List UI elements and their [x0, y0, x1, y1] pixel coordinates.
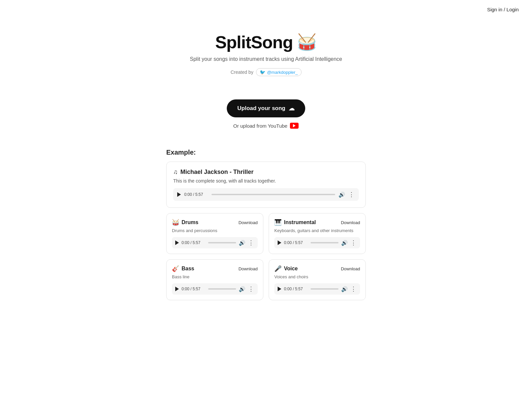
voice-progress-bar[interactable] [311, 288, 338, 290]
logo-emoji: 🥁 [297, 33, 317, 52]
drums-time-label: 0:00 / 5:57 [182, 240, 205, 245]
instrumental-progress-bar[interactable] [311, 242, 338, 243]
header: Sign in / Login [0, 0, 532, 19]
upload-label: Upload your song [237, 105, 286, 112]
voice-time-label: 0:00 / 5:57 [284, 287, 308, 291]
instrumental-download-link[interactable]: Download [341, 220, 360, 225]
drums-audio-player: 0:00 / 5:57 🔊 ⋮ [172, 237, 258, 248]
youtube-icon[interactable] [290, 123, 299, 129]
drums-name: Drums [182, 219, 199, 225]
drums-emoji: 🥁 [172, 219, 179, 226]
youtube-label: Or upload from YouTube [233, 123, 288, 129]
music-note-icon: ♫ [173, 169, 178, 176]
main-more-icon[interactable]: ⋮ [348, 191, 355, 198]
bass-volume-icon[interactable]: 🔊 [239, 286, 245, 292]
youtube-upload-row[interactable]: Or upload from YouTube [7, 123, 525, 129]
upload-cloud-icon: ☁ [289, 105, 295, 112]
instrumental-emoji: 🎹 [274, 219, 282, 226]
track-card-voice: 🎤 Voice Download Voices and choirs 0:00 … [269, 259, 366, 300]
twitter-handle: @markdoppler_ [267, 70, 298, 75]
main-volume-icon[interactable]: 🔊 [338, 192, 345, 198]
voice-audio-player: 0:00 / 5:57 🔊 ⋮ [274, 283, 360, 295]
main-progress-bar[interactable] [211, 194, 335, 195]
track-card-bass: 🎸 Bass Download Bass line 0:00 / 5:57 🔊 … [166, 259, 263, 300]
logo-text: SplitSong [215, 32, 293, 52]
bass-name: Bass [182, 266, 194, 272]
bass-play-icon [175, 287, 179, 291]
bass-download-link[interactable]: Download [238, 266, 258, 271]
voice-volume-icon[interactable]: 🔊 [341, 286, 348, 292]
main-song-title: Michael Jackson - Thriller [181, 169, 254, 176]
bass-time-label: 0:00 / 5:57 [182, 287, 205, 291]
twitter-icon: 🐦 [260, 69, 265, 75]
examples-label: Example: [166, 149, 366, 156]
voice-download-link[interactable]: Download [341, 266, 360, 271]
track-card-drums: 🥁 Drums Download Drums and percussions 0… [166, 213, 263, 254]
drums-play-icon [175, 240, 179, 245]
instrumental-time-label: 0:00 / 5:57 [284, 240, 308, 245]
bass-emoji: 🎸 [172, 265, 179, 272]
drums-more-icon[interactable]: ⋮ [248, 239, 254, 246]
drums-description: Drums and percussions [172, 228, 258, 233]
voice-more-icon[interactable]: ⋮ [350, 285, 357, 293]
main-play-button[interactable] [177, 192, 181, 197]
bass-play-button[interactable] [175, 287, 179, 291]
examples-section: Example: ♫ Michael Jackson - Thriller Th… [160, 149, 372, 300]
instrumental-play-button[interactable] [278, 240, 281, 245]
twitter-link[interactable]: 🐦 @markdoppler_ [256, 68, 302, 76]
drums-progress-bar[interactable] [208, 242, 236, 243]
instrumental-more-icon[interactable]: ⋮ [350, 239, 357, 246]
drums-play-button[interactable] [175, 240, 179, 245]
tracks-grid: 🥁 Drums Download Drums and percussions 0… [166, 213, 366, 300]
main-play-icon [177, 192, 181, 197]
drums-download-link[interactable]: Download [238, 220, 258, 225]
youtube-play-icon [293, 124, 296, 127]
bass-audio-player: 0:00 / 5:57 🔊 ⋮ [172, 283, 258, 295]
main-audio-player: 0:00 / 5:57 🔊 ⋮ [173, 188, 359, 201]
main-song-card: ♫ Michael Jackson - Thriller This is the… [166, 162, 366, 208]
signin-link[interactable]: Sign in / Login [487, 7, 519, 12]
bass-progress-bar[interactable] [208, 288, 236, 290]
main-song-description: This is the complete song, with all trac… [173, 178, 359, 184]
main-time-label: 0:00 / 5:57 [184, 192, 208, 197]
voice-play-button[interactable] [278, 287, 281, 291]
drums-volume-icon[interactable]: 🔊 [239, 240, 245, 246]
track-card-instrumental: 🎹 Instrumental Download Keyboards, guita… [269, 213, 366, 254]
voice-emoji: 🎤 [274, 265, 282, 272]
voice-play-icon [278, 287, 281, 291]
hero-subtitle: Split your songs into instrument tracks … [7, 56, 525, 62]
created-by-row: Created by 🐦 @markdoppler_ [7, 68, 525, 76]
bass-description: Bass line [172, 274, 258, 279]
bass-more-icon[interactable]: ⋮ [248, 285, 254, 293]
instrumental-audio-player: 0:00 / 5:57 🔊 ⋮ [274, 237, 360, 248]
instrumental-volume-icon[interactable]: 🔊 [341, 240, 348, 246]
voice-name: Voice [284, 266, 298, 272]
instrumental-description: Keyboards, guitars and other instruments [274, 228, 360, 233]
upload-song-button[interactable]: Upload your song ☁ [227, 99, 306, 117]
instrumental-play-icon [278, 240, 281, 245]
hero-section: SplitSong 🥁 Split your songs into instru… [0, 19, 532, 83]
voice-description: Voices and choirs [274, 274, 360, 279]
instrumental-name: Instrumental [284, 219, 316, 225]
created-by-label: Created by [230, 69, 253, 75]
upload-section: Upload your song ☁ Or upload from YouTub… [0, 99, 532, 129]
